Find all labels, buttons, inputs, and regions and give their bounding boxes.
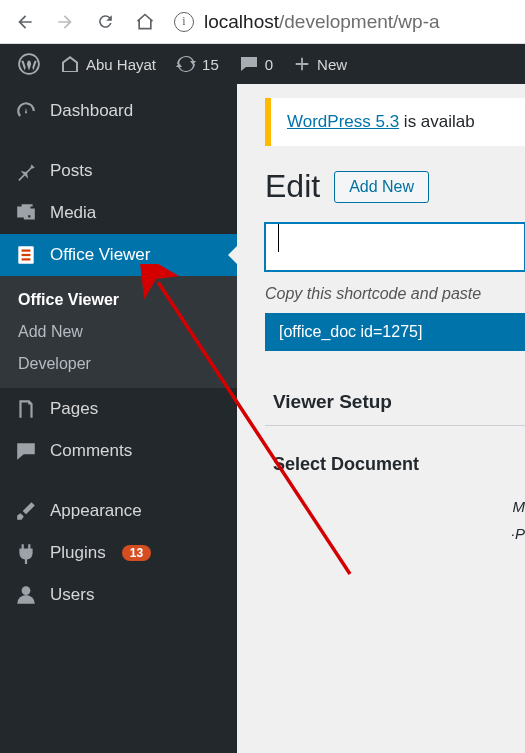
updates-link[interactable]: 15 [166,44,229,84]
notice-text: is availab [399,112,475,131]
sidebar-label: Plugins [50,543,106,563]
media-icon [14,202,38,224]
sidebar-item-users[interactable]: Users [0,574,237,616]
sidebar-label: Office Viewer [50,245,150,265]
brush-icon [14,500,38,522]
home-button[interactable] [128,5,162,39]
forward-button[interactable] [48,5,82,39]
site-info-icon[interactable]: i [174,12,194,32]
site-link[interactable]: Abu Hayat [50,44,166,84]
shortcode-box[interactable]: [office_doc id=1275] [265,313,525,351]
sidebar-item-dashboard[interactable]: Dashboard [0,90,237,132]
sidebar-item-media[interactable]: Media [0,192,237,234]
hint-text: M ·P [265,493,525,547]
reload-button[interactable] [88,5,122,39]
browser-toolbar: i localhost/development/wp-a [0,0,525,44]
svg-point-5 [22,586,31,595]
page-title: Edit [265,168,320,205]
comments-link[interactable]: 0 [229,44,283,84]
sidebar-item-pages[interactable]: Pages [0,388,237,430]
sidebar-item-posts[interactable]: Posts [0,150,237,192]
title-input[interactable] [265,223,525,271]
add-new-button[interactable]: Add New [334,171,429,203]
wp-update-link[interactable]: WordPress 5.3 [287,112,399,131]
submenu-item-add-new[interactable]: Add New [0,316,237,348]
panel-title: Viewer Setup [265,379,525,426]
plugin-icon [14,542,38,564]
sidebar-label: Appearance [50,501,142,521]
sidebar-item-comments[interactable]: Comments [0,430,237,472]
sidebar-item-appearance[interactable]: Appearance [0,490,237,532]
site-name: Abu Hayat [86,56,156,73]
sidebar-item-office-viewer[interactable]: Office Viewer [0,234,237,276]
field-label-select-document: Select Document [265,454,525,475]
wp-admin-bar: Abu Hayat 15 0 New [0,44,525,84]
sidebar-label: Media [50,203,96,223]
plugins-badge: 13 [122,545,151,561]
updates-count: 15 [202,56,219,73]
svg-rect-3 [22,254,31,256]
url-text: localhost/development/wp-a [204,11,440,33]
pin-icon [14,160,38,182]
admin-sidebar: Dashboard Posts Media Office Viewer Offi… [0,84,237,753]
sidebar-item-plugins[interactable]: Plugins 13 [0,532,237,574]
submenu-item-developer[interactable]: Developer [0,348,237,380]
sidebar-label: Posts [50,161,93,181]
dashboard-icon [14,100,38,122]
users-icon [14,584,38,606]
wp-logo[interactable] [8,44,50,84]
sidebar-label: Users [50,585,94,605]
comments-icon [14,440,38,462]
pages-icon [14,398,38,420]
sidebar-label: Dashboard [50,101,133,121]
sidebar-label: Comments [50,441,132,461]
back-button[interactable] [8,5,42,39]
new-label: New [317,56,347,73]
new-content-link[interactable]: New [283,44,357,84]
main-content: WordPress 5.3 is availab Edit Add New Co… [237,84,525,753]
office-icon [14,244,38,266]
address-bar[interactable]: i localhost/development/wp-a [168,11,517,33]
shortcode-helper-text: Copy this shortcode and paste [265,285,525,303]
submenu-office-viewer: Office Viewer Add New Developer [0,276,237,388]
submenu-item-office-viewer[interactable]: Office Viewer [0,284,237,316]
sidebar-label: Pages [50,399,98,419]
svg-rect-4 [22,258,31,260]
update-notice: WordPress 5.3 is availab [265,98,525,146]
svg-rect-2 [22,250,31,252]
comments-count: 0 [265,56,273,73]
